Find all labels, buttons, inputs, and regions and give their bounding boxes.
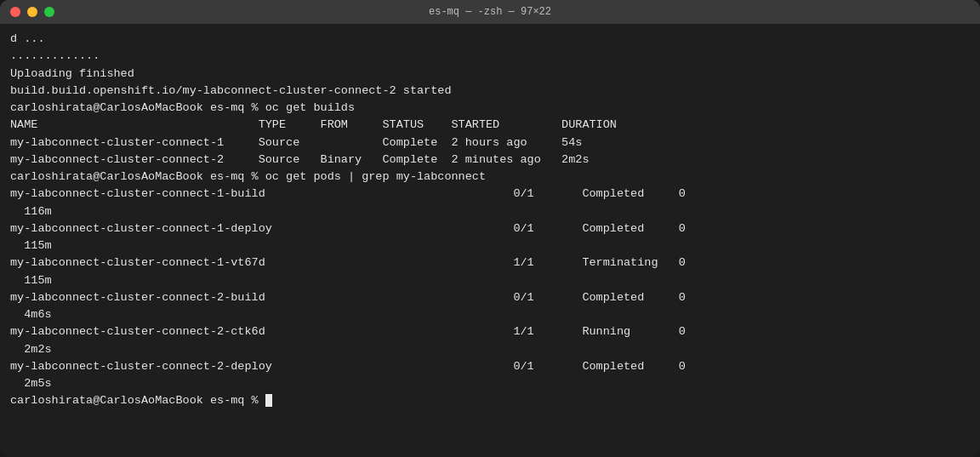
line5: carloshirata@CarlosAoMacBook es-mq % oc … <box>10 100 970 117</box>
maximize-button[interactable] <box>44 7 54 17</box>
terminal-cursor <box>265 394 272 407</box>
line17: 4m6s <box>10 306 970 323</box>
line6: NAME TYPE FROM STATUS STARTED DURATION <box>10 117 970 134</box>
line3: Uploading finished <box>10 66 970 83</box>
line9: carloshirata@CarlosAoMacBook es-mq % oc … <box>10 169 970 186</box>
line12: my-labconnect-cluster-connect-1-deploy 0… <box>10 220 970 237</box>
close-button[interactable] <box>10 7 20 17</box>
line2: ............. <box>10 48 970 65</box>
line16: my-labconnect-cluster-connect-2-build 0/… <box>10 289 970 306</box>
line10: my-labconnect-cluster-connect-1-build 0/… <box>10 186 970 203</box>
minimize-button[interactable] <box>27 7 37 17</box>
window-title: es-mq — -zsh — 97×22 <box>429 6 551 18</box>
line11: 116m <box>10 203 970 220</box>
traffic-lights <box>10 7 54 17</box>
line13: 115m <box>10 237 970 254</box>
line1: d ... <box>10 31 970 48</box>
title-bar: es-mq — -zsh — 97×22 <box>0 0 980 24</box>
line20: my-labconnect-cluster-connect-2-deploy 0… <box>10 358 970 375</box>
line22: carloshirata@CarlosAoMacBook es-mq % <box>10 392 970 409</box>
line4: build.build.openshift.io/my-labconnect-c… <box>10 83 970 100</box>
line21: 2m5s <box>10 375 970 392</box>
line15: 115m <box>10 272 970 289</box>
line19: 2m2s <box>10 341 970 358</box>
line14: my-labconnect-cluster-connect-1-vt67d 1/… <box>10 254 970 271</box>
line8: my-labconnect-cluster-connect-2 Source B… <box>10 151 970 169</box>
terminal-window: es-mq — -zsh — 97×22 d ... .............… <box>0 0 980 457</box>
line7: my-labconnect-cluster-connect-1 Source C… <box>10 134 970 151</box>
line18: my-labconnect-cluster-connect-2-ctk6d 1/… <box>10 323 970 340</box>
terminal-body[interactable]: d ... ............. Uploading finished b… <box>0 24 980 457</box>
